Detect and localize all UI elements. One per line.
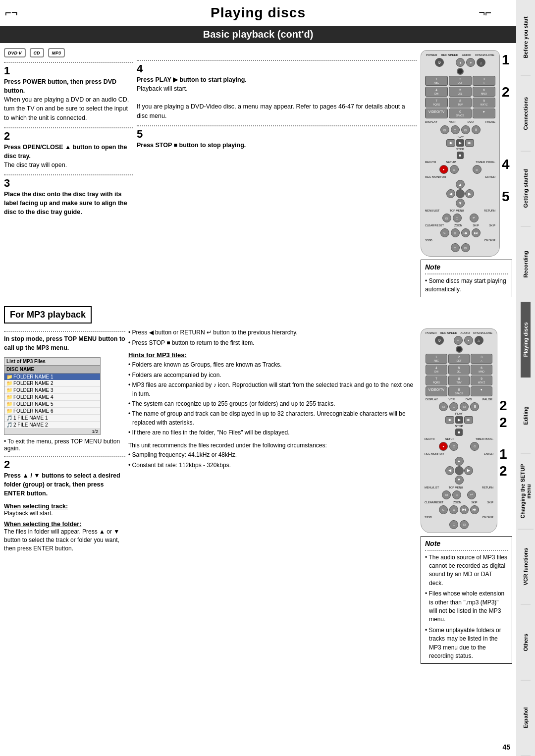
remote2-audio-btn[interactable]: ▾ xyxy=(464,336,473,345)
remote2-return-btn[interactable]: ↵ xyxy=(467,490,476,499)
remote-left-btn[interactable]: ◀ xyxy=(446,189,455,198)
remote-audio-btn[interactable]: ▾ xyxy=(466,58,475,67)
remote2-recspeed-label: REC SPEED xyxy=(440,331,457,334)
remote-dpad: ▲ ◀ ▶ ▼ xyxy=(446,180,474,208)
sidebar-item-setup: Changing the SETUP menu xyxy=(518,454,534,530)
remote-skipback-btn[interactable]: ⏮ xyxy=(461,228,470,237)
mp3-step-2-heading: Press ▲ / ▼ buttons to select a desired … xyxy=(4,472,120,497)
remote2-clear-btn[interactable]: C xyxy=(439,505,448,514)
mp3-item-3[interactable]: 📁FOLDER NAME 3 xyxy=(4,387,100,394)
remote-numpad: 1ABC 2DEF 3△ 4GHI 5JKL 6MNO 7PQRS 8TUV 9… xyxy=(425,76,495,118)
step-4-body2: If you are playing a DVD-Video disc, a m… xyxy=(137,103,405,119)
remote2-setup-btn[interactable]: ⊙ xyxy=(449,442,458,451)
remote-record-btn[interactable]: ● xyxy=(439,165,448,174)
remote-setup-btn[interactable]: ⊙ xyxy=(450,165,459,174)
remote2-next-btn[interactable]: ⏭ xyxy=(464,416,473,424)
remote-menu-btn[interactable]: ⊡ xyxy=(442,214,451,222)
mp3-item-file-1[interactable]: 🎵1 FILE NAME 1 xyxy=(4,415,100,422)
sidebar-item-getting-started: Getting started xyxy=(521,151,531,227)
remote-pause-btn[interactable]: ⏸ xyxy=(472,125,481,134)
remote2-up-btn[interactable]: ▲ xyxy=(455,457,464,466)
remote2-zoom-btn[interactable]: ⊕ xyxy=(449,505,458,514)
remote2-sssb-btn[interactable]: ⊡ xyxy=(449,520,458,529)
remote-dvd-btn[interactable]: ⊡ xyxy=(461,125,470,134)
remote2-menu-btn[interactable]: ⊡ xyxy=(442,490,451,499)
sidebar-item-connections: Connections xyxy=(521,76,531,152)
mp3-item-6[interactable]: 📁FOLDER NAME 6 xyxy=(4,408,100,415)
remote2-enter-center[interactable] xyxy=(455,466,464,475)
remote-openclose-btn[interactable]: △ xyxy=(477,58,485,67)
remote-prev-btn[interactable]: ⏮ xyxy=(446,139,455,147)
remote2-right-btn[interactable]: ▶ xyxy=(464,466,473,475)
remote2-play-btn[interactable]: ▶ xyxy=(455,416,463,424)
mp3-list-selected[interactable]: 📁 FOLDER NAME 1 xyxy=(4,374,100,380)
remote2-dvd-btn[interactable]: ⊡ xyxy=(460,402,469,411)
mp3-section: For MP3 playback xyxy=(0,300,516,326)
remote-next-btn[interactable]: ⏭ xyxy=(465,139,474,147)
when-track-heading: When selecting track: xyxy=(4,503,125,510)
remote-sssb-btn[interactable]: ⊡ xyxy=(451,243,460,252)
content-area: ⌐¬ Playing discs ¬⌐ Basic playback (cont… xyxy=(0,0,516,667)
mp3-file-list: List of MP3 Files DISC NAME 📁 FOLDER NAM… xyxy=(4,357,101,435)
remote-recspeed-label: REC SPEED xyxy=(441,54,458,56)
remote-stop-btn[interactable]: ■ xyxy=(457,152,464,159)
remote2-record-btn[interactable]: ● xyxy=(439,442,448,451)
remote2-pause-btn[interactable]: ⏸ xyxy=(470,402,479,411)
remote-return-btn[interactable]: ↵ xyxy=(470,214,479,222)
remote-recspeed-btn[interactable]: ▾ xyxy=(456,58,465,67)
remote2-power-btn[interactable]: ⏻ xyxy=(435,336,444,345)
step-1-text: Press POWER button, then press DVD butto… xyxy=(4,77,133,122)
mp3-item-file-2[interactable]: 🎵2 FILE NAME 2 xyxy=(4,422,100,429)
remote2-timer-btn[interactable]: ⊙ xyxy=(470,442,479,451)
remote2-left-btn[interactable]: ◀ xyxy=(445,466,454,475)
remote-timer-btn[interactable]: ⊙ xyxy=(473,165,482,174)
remote2-recspeed-btn[interactable]: ▾ xyxy=(454,336,463,345)
remote-play-btn[interactable]: ▶ xyxy=(456,139,464,147)
mp3-list-header: List of MP3 Files xyxy=(4,358,100,366)
when-track-body: Playback will start. xyxy=(4,510,125,517)
mp3-item-2[interactable]: 📁FOLDER NAME 2 xyxy=(4,380,100,387)
title-deco-left: ⌐¬ xyxy=(5,6,18,19)
remote-menu-row: ⊡ ⊡ ↵ xyxy=(423,214,497,222)
step-4-heading: Press PLAY ▶ button to start playing. xyxy=(137,76,247,83)
sidebar-item-editing: Editing xyxy=(521,378,531,454)
dvd-logo: DVD·V xyxy=(4,48,26,57)
remote-enter-center-btn[interactable] xyxy=(456,189,465,198)
remote-display-label: DISPLAY xyxy=(425,120,437,123)
remote-up-btn[interactable]: ▲ xyxy=(456,180,465,189)
remote-vcr-btn[interactable]: ⊡ xyxy=(451,125,460,134)
remote-display-btn[interactable]: ⊡ xyxy=(440,125,449,134)
mp3-item-4[interactable]: 📁FOLDER NAME 4 xyxy=(4,394,100,401)
remote2-vcr-btn[interactable]: ⊡ xyxy=(449,402,458,411)
remote-cmskip-btn[interactable]: ⊡ xyxy=(461,243,470,252)
remote2-prev-btn[interactable]: ⏮ xyxy=(445,416,454,424)
mp3-hint-2: • Folders are accompanied by icon. xyxy=(132,371,418,379)
remote2-openclose-btn[interactable]: △ xyxy=(475,336,483,345)
step-3-heading: Place the disc onto the disc tray with i… xyxy=(4,191,127,216)
remote-audio-label: AUDIO xyxy=(462,54,471,56)
remote-clear-btn[interactable]: C xyxy=(440,228,449,237)
remote-zoom-btn[interactable]: ⊕ xyxy=(451,228,460,237)
step-1-body: When you are playing a DVD or an audio C… xyxy=(4,96,129,121)
remote2-skipfwd-btn[interactable]: ⏭ xyxy=(470,505,479,514)
remote-topmenu-btn[interactable]: ⊡ xyxy=(453,214,462,222)
remote-skipfwd-btn[interactable]: ⏭ xyxy=(472,228,481,237)
step-5-heading: Press STOP ■ button to stop playing. xyxy=(137,142,246,149)
remote2-skipback-btn[interactable]: ⏮ xyxy=(460,505,469,514)
remote-menulist-label: MENU/LIST xyxy=(425,209,439,212)
remote2-cmskip-btn[interactable]: ⊡ xyxy=(460,520,469,529)
remote2-topmenu-btn[interactable]: ⊡ xyxy=(452,490,461,499)
remote2-down-btn[interactable]: ▼ xyxy=(455,476,464,485)
step-4-body1: Playback will start. xyxy=(137,85,188,92)
remote-right-btn[interactable]: ▶ xyxy=(465,189,474,198)
remote-power-btn[interactable]: ⏻ xyxy=(435,58,444,67)
remote2-display-btn[interactable]: ⊡ xyxy=(439,402,448,411)
mp3-step-labels-right: 2 2 1 2 xyxy=(499,328,507,479)
remote-down-btn[interactable]: ▼ xyxy=(456,199,465,208)
remote2-power-label: POWER xyxy=(426,331,437,334)
remote2-stop-btn[interactable]: ■ xyxy=(455,429,463,436)
mp3-item-5[interactable]: 📁FOLDER NAME 5 xyxy=(4,401,100,408)
remote-clearreset-label: CLEAR/RESET xyxy=(425,224,444,227)
remote2-stop-row: ■ xyxy=(423,429,495,436)
remote-enter-label: ENTER xyxy=(485,175,495,178)
